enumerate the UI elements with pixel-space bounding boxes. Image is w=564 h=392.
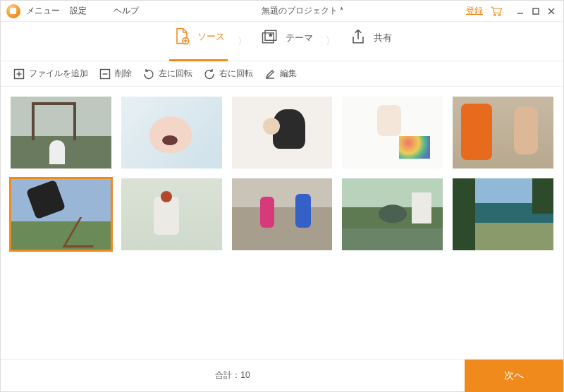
menu-bar: メニュー 設定 ヘルプ 無題のプロジェクト * 登録 (1, 1, 563, 22)
rotate-left-button[interactable]: 左に回転 (143, 68, 192, 80)
step-share-label: 共有 (374, 32, 392, 44)
next-button[interactable]: 次へ (465, 360, 563, 392)
thumbnail[interactable] (11, 97, 111, 169)
rotate-right-label: 右に回転 (219, 68, 253, 80)
step-share[interactable]: 共有 (345, 23, 395, 60)
chevron-right-icon: 〉 (238, 35, 247, 48)
step-theme-label: テーマ (286, 32, 313, 44)
app-logo-icon (6, 4, 20, 18)
total-count: 合計：10 (1, 369, 465, 381)
thumbnail[interactable] (453, 178, 553, 250)
menu-menu[interactable]: メニュー (26, 5, 60, 17)
footer: 合計：10 次へ (1, 359, 563, 391)
step-source-label: ソース (197, 30, 225, 43)
thumbnail-gallery (1, 87, 563, 359)
delete-button[interactable]: 削除 (99, 68, 132, 80)
svg-point-0 (494, 14, 496, 16)
app-window: メニュー 設定 ヘルプ 無題のプロジェクト * 登録 (0, 0, 564, 392)
source-icon (172, 26, 192, 48)
step-source[interactable]: ソース (169, 22, 228, 61)
register-link[interactable]: 登録 (466, 5, 483, 17)
svg-point-1 (498, 14, 500, 16)
close-button[interactable] (545, 6, 558, 17)
toolbar: ファイルを追加 削除 左に回転 右に回転 編集 (1, 61, 563, 87)
thumbnail[interactable] (342, 97, 443, 169)
edit-button[interactable]: 編集 (264, 68, 297, 80)
cart-icon[interactable] (490, 6, 503, 17)
step-theme[interactable]: テーマ (257, 23, 316, 60)
add-file-label: ファイルを追加 (29, 68, 88, 80)
total-value: 10 (240, 370, 250, 380)
menu-settings[interactable]: 設定 (70, 5, 87, 17)
rotate-right-button[interactable]: 右に回転 (204, 68, 253, 80)
window-buttons (514, 6, 558, 17)
menu-help[interactable]: ヘルプ (114, 5, 139, 17)
thumbnail[interactable] (11, 178, 111, 250)
step-nav: ソース 〉 テーマ 〉 共有 (1, 22, 563, 61)
window-right-controls: 登録 (466, 5, 558, 17)
total-label: 合計： (215, 370, 240, 380)
thumbnail[interactable] (121, 178, 222, 250)
chevron-right-icon: 〉 (326, 35, 336, 48)
minimize-button[interactable] (514, 6, 527, 17)
share-icon (348, 27, 368, 49)
thumbnail[interactable] (232, 97, 333, 169)
svg-rect-3 (533, 8, 539, 14)
window-title: 無題のプロジェクト * (139, 5, 466, 17)
thumbnail[interactable] (232, 178, 333, 250)
edit-label: 編集 (280, 68, 297, 80)
rotate-left-label: 左に回転 (159, 68, 192, 80)
thumbnail-grid (11, 97, 553, 250)
maximize-button[interactable] (529, 6, 542, 17)
menu-items: メニュー 設定 ヘルプ (26, 5, 139, 17)
add-file-button[interactable]: ファイルを追加 (13, 68, 88, 80)
theme-icon (260, 27, 280, 49)
thumbnail[interactable] (342, 178, 443, 250)
thumbnail[interactable] (453, 97, 553, 169)
thumbnail[interactable] (121, 97, 222, 169)
delete-label: 削除 (115, 68, 132, 80)
